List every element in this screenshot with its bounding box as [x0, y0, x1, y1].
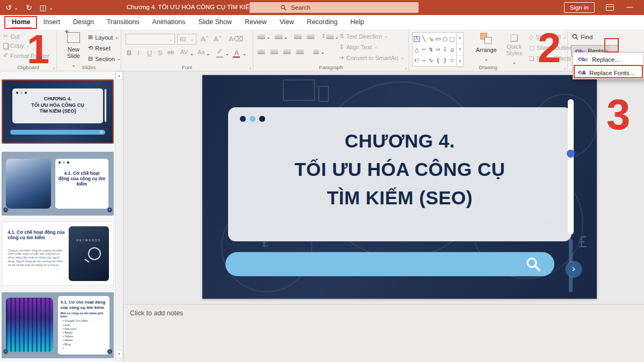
- down-arrow-shape-icon[interactable]: ⇩: [443, 46, 448, 53]
- undo-icon[interactable]: ↺: [5, 3, 12, 12]
- columns-icon[interactable]: [313, 50, 319, 55]
- bullets-icon[interactable]: [258, 35, 265, 40]
- tab-recording[interactable]: Recording: [301, 15, 344, 29]
- paragraph-dialog-launcher-icon[interactable]: ⌟: [405, 65, 407, 70]
- arrange-button[interactable]: Arrange ⌄: [473, 33, 499, 63]
- thumbnail-slide-3[interactable]: 4.1. Cơ chế hoạt động của công cụ tìm ki…: [2, 221, 114, 286]
- cut-button[interactable]: ✂Cut: [3, 33, 19, 40]
- align-center-icon[interactable]: [270, 50, 278, 55]
- slide-next-button[interactable]: ›: [566, 262, 581, 277]
- tab-help[interactable]: Help: [344, 15, 371, 29]
- tab-slide-show[interactable]: Slide Show: [192, 15, 238, 29]
- align-text-button[interactable]: ↕Align Text⌄: [339, 43, 377, 50]
- rectangle-shape-icon[interactable]: ▭: [435, 35, 441, 42]
- rounded-rectangle-shape-icon[interactable]: ▢: [449, 35, 455, 42]
- change-case-button[interactable]: Aa: [197, 49, 204, 55]
- slide-title-card[interactable]: CHƯƠNG 4. TỐI ƯU HÓA CÔNG CỤ TÌM KIẾM (S…: [228, 107, 572, 241]
- ribbon-display-options-icon[interactable]: [606, 4, 614, 11]
- oval-shape-icon[interactable]: ○: [442, 35, 448, 42]
- find-button[interactable]: Find: [572, 34, 592, 40]
- arrow-shape-icon[interactable]: ↘: [428, 35, 433, 42]
- arc-shape-icon[interactable]: ⌢: [422, 57, 426, 64]
- right-brace-shape-icon[interactable]: }: [443, 57, 447, 64]
- star-shape-icon[interactable]: ☆: [449, 57, 455, 64]
- italic-button[interactable]: I: [137, 49, 140, 57]
- clear-formatting-button[interactable]: A⌫: [229, 35, 243, 43]
- bold-button[interactable]: B: [127, 49, 131, 57]
- elbow-connector-icon[interactable]: ⌐: [421, 46, 426, 53]
- justify-icon[interactable]: [296, 50, 304, 55]
- font-size-value: 82: [180, 36, 186, 42]
- gallery-up-icon[interactable]: ▴: [457, 32, 463, 44]
- menu-item-replace[interactable]: ⟲bc Replace…: [573, 53, 643, 66]
- corner-shape-icon[interactable]: ⌂: [450, 46, 454, 53]
- customize-qat-icon[interactable]: ⌄: [49, 5, 53, 11]
- strikethrough-button[interactable]: ab: [167, 49, 174, 55]
- numbering-icon[interactable]: [275, 35, 282, 40]
- font-name-combo[interactable]: ⌄: [126, 34, 175, 45]
- shapes-gallery-scrollbar[interactable]: ▴ ▾ ▾: [456, 32, 463, 67]
- text-direction-button[interactable]: ⇅Text Direction⌄: [339, 33, 388, 40]
- quick-styles-button[interactable]: ❏ Quick Styles ⌄: [501, 33, 527, 66]
- layout-button[interactable]: ⊞Layout⌄: [88, 34, 119, 41]
- copy-button[interactable]: Copy⌄: [3, 42, 30, 49]
- clipboard-dialog-launcher-icon[interactable]: ⌟: [53, 65, 55, 70]
- grow-font-button[interactable]: A˄: [201, 35, 209, 43]
- search-box[interactable]: Search: [250, 2, 419, 13]
- scribble-shape-icon[interactable]: ℮: [414, 57, 419, 64]
- character-spacing-button[interactable]: AV: [180, 49, 188, 55]
- right-arrow-shape-icon[interactable]: ⇨: [435, 46, 440, 53]
- thumb4-image: [6, 298, 53, 352]
- undo-dropdown-icon[interactable]: ⌄: [14, 5, 18, 11]
- tab-review[interactable]: Review: [238, 15, 273, 29]
- notes-placeholder[interactable]: Click to add notes: [130, 309, 183, 317]
- tab-animations[interactable]: Animations: [146, 15, 192, 29]
- drawing-dialog-launcher-icon[interactable]: ⌟: [564, 65, 566, 70]
- tab-design[interactable]: Design: [67, 15, 100, 29]
- align-right-icon[interactable]: [283, 50, 291, 55]
- minimize-icon[interactable]: —: [626, 3, 633, 11]
- gallery-down-icon[interactable]: ▾: [457, 44, 463, 56]
- thumb4-prev-icon: ‹: [3, 349, 8, 354]
- new-slide-button[interactable]: + New Slide ⌄: [61, 32, 86, 69]
- notes-pane[interactable]: Click to add notes: [124, 304, 644, 362]
- triangle-shape-icon[interactable]: △: [414, 46, 419, 53]
- font-color-button[interactable]: A: [234, 49, 239, 57]
- underline-button[interactable]: U: [147, 49, 152, 57]
- reset-button[interactable]: ⟲Reset: [88, 45, 111, 51]
- highlight-color-button[interactable]: ✐: [217, 48, 223, 56]
- decrease-indent-icon[interactable]: [294, 35, 302, 40]
- tab-transitions[interactable]: Transitions: [100, 15, 146, 29]
- scroll-down-icon[interactable]: ▾: [115, 350, 123, 358]
- left-brace-shape-icon[interactable]: {: [436, 57, 440, 64]
- thumbnail-slide-1[interactable]: CHƯƠNG 4. TỐI ƯU HÓA CÔNG CỤ TÌM KIẾM (S…: [2, 79, 114, 144]
- increase-indent-icon[interactable]: [307, 35, 314, 40]
- slide-search-bar[interactable]: [225, 252, 554, 276]
- annotation-box-replace-fonts: [574, 65, 643, 78]
- font-dialog-launcher-icon[interactable]: ⌟: [249, 65, 251, 70]
- thumb2-image: [6, 159, 51, 209]
- scroll-up-icon[interactable]: ▴: [115, 71, 123, 80]
- sign-in-button[interactable]: Sign in: [564, 2, 595, 13]
- align-left-icon[interactable]: [258, 50, 265, 55]
- search-icon: [281, 5, 287, 11]
- thumbnail-panel-scrollbar[interactable]: ▴ ▾: [115, 71, 123, 362]
- slide-editing-area[interactable]: DIGITAL MARKETING £ £ CHƯƠNG 4. TỐI ƯU H…: [124, 71, 644, 304]
- thumbnail-slide-2[interactable]: 4.1. Cơ chế hoạt động của công cụ tìm ki…: [2, 152, 114, 216]
- line-spacing-icon[interactable]: ⇕: [321, 33, 326, 40]
- redo-icon[interactable]: ↻: [26, 3, 32, 12]
- section-button[interactable]: ⊟Section⌄: [88, 55, 121, 62]
- line-shape-icon[interactable]: ╲: [422, 35, 426, 42]
- convert-to-smartart-button[interactable]: ➔Convert to SmartArt⌄: [339, 54, 404, 61]
- thumb2-card: 4.1. Cơ chế hoạt động của công cụ tìm ki…: [55, 159, 108, 209]
- slide-canvas[interactable]: DIGITAL MARKETING £ £ CHƯƠNG 4. TỐI ƯU H…: [202, 75, 597, 299]
- zigzag-connector-icon[interactable]: ↯: [428, 46, 433, 53]
- thumbnail-slide-4[interactable]: 4.1. Cơ chế hoạt động của công cụ tìm ki…: [2, 292, 114, 358]
- curve-shape-icon[interactable]: ∿: [428, 57, 433, 64]
- text-box-icon[interactable]: A: [414, 36, 419, 42]
- tab-view[interactable]: View: [273, 15, 301, 29]
- font-size-combo[interactable]: 82⌄: [177, 34, 196, 45]
- text-shadow-button[interactable]: S: [158, 49, 163, 57]
- start-slideshow-icon[interactable]: ◫: [40, 3, 47, 12]
- shrink-font-button[interactable]: A˅: [214, 35, 222, 43]
